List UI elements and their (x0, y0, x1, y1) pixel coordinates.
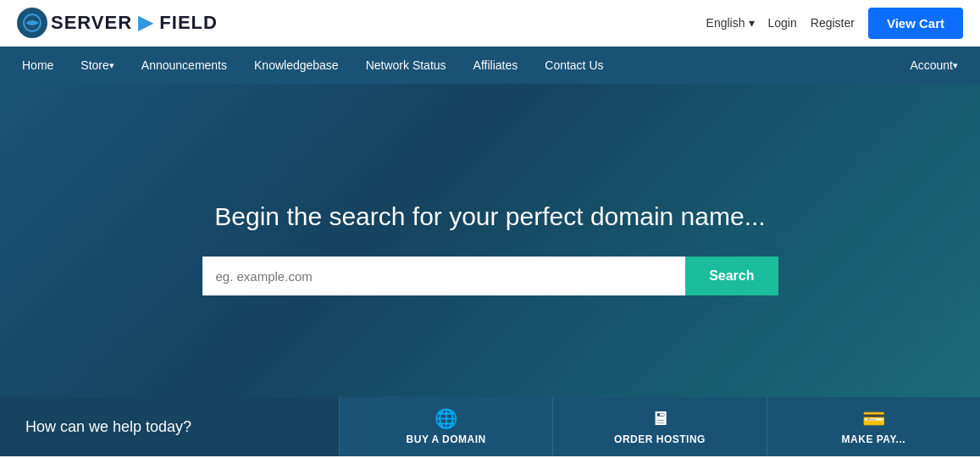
nav-announcements[interactable]: Announcements (128, 47, 241, 84)
view-cart-button[interactable]: View Cart (868, 8, 963, 39)
chevron-down-icon: ▾ (749, 16, 755, 30)
nav-account[interactable]: Account (896, 47, 972, 84)
language-label: English (706, 16, 745, 30)
logo: SERVER ▶ FIELD (17, 8, 218, 38)
register-link[interactable]: Register (811, 16, 855, 30)
nav-contact-us[interactable]: Contact Us (531, 47, 617, 84)
make-payment-label: MAKE PAY... (842, 433, 906, 445)
logo-icon (17, 8, 47, 38)
nav-bar: Home Store Announcements Knowledgebase N… (0, 47, 980, 84)
make-payment-action[interactable]: 💳 MAKE PAY... (767, 397, 980, 456)
domain-search-bar: Search (202, 257, 778, 295)
server-icon: 🖥 (651, 408, 670, 430)
order-hosting-action[interactable]: 🖥 ORDER HOSTING (552, 397, 766, 456)
nav-network-status[interactable]: Network Status (352, 47, 460, 84)
nav-knowledgebase[interactable]: Knowledgebase (241, 47, 352, 84)
search-button[interactable]: Search (685, 257, 778, 295)
buy-domain-label: BUY A DOMAIN (407, 433, 486, 445)
domain-search-input[interactable] (202, 257, 686, 295)
globe-icon: 🌐 (435, 408, 458, 430)
top-bar: SERVER ▶ FIELD English ▾ Login Register … (0, 0, 980, 47)
logo-text: SERVER ▶ FIELD (51, 12, 218, 34)
login-link[interactable]: Login (768, 16, 797, 30)
nav-affiliates[interactable]: Affiliates (460, 47, 532, 84)
language-selector[interactable]: English ▾ (706, 16, 755, 30)
nav-home[interactable]: Home (8, 47, 67, 84)
help-text: How can we help today? (0, 397, 339, 456)
buy-domain-action[interactable]: 🌐 BUY A DOMAIN (339, 397, 552, 456)
top-bar-right: English ▾ Login Register View Cart (706, 8, 963, 39)
nav-store[interactable]: Store (67, 47, 127, 84)
hero-title: Begin the search for your perfect domain… (214, 202, 765, 231)
hero-section: Begin the search for your perfect domain… (0, 84, 980, 397)
bottom-bar: How can we help today? 🌐 BUY A DOMAIN 🖥 … (0, 397, 980, 456)
order-hosting-label: ORDER HOSTING (614, 433, 706, 445)
payment-icon: 💳 (862, 408, 886, 430)
